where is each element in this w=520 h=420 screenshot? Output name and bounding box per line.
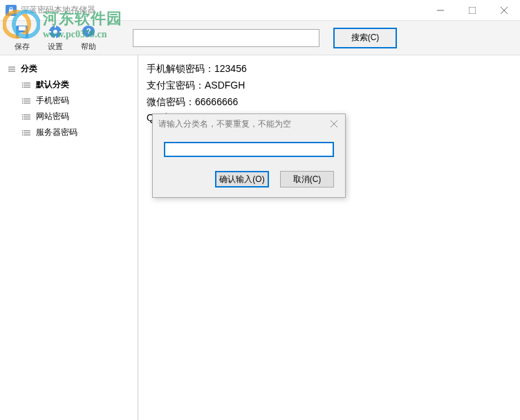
search-button[interactable]: 搜索(C) [333, 28, 397, 48]
list-icon [22, 112, 32, 122]
window-title: 深蓝密码本地存储器 [21, 4, 95, 16]
svg-point-38 [22, 116, 23, 118]
svg-point-31 [22, 98, 23, 100]
svg-point-25 [22, 82, 23, 84]
close-icon [501, 7, 508, 14]
svg-point-45 [22, 134, 23, 136]
svg-rect-5 [469, 7, 476, 14]
svg-point-32 [22, 100, 23, 102]
list-icon [22, 128, 32, 138]
svg-point-33 [22, 102, 23, 104]
minimize-button[interactable] [425, 0, 456, 21]
cancel-button[interactable]: 取消(C) [280, 171, 334, 188]
tree-toggle-icon [6, 66, 18, 73]
content-area: 手机解锁密码：123456支付宝密码：ASDFGH微信密码：66666666QQ… [138, 55, 520, 420]
save-label: 保存 [15, 42, 30, 52]
list-icon [22, 96, 32, 106]
category-name-input[interactable] [164, 142, 334, 157]
svg-point-43 [22, 130, 23, 131]
tree-item-label: 网站密码 [36, 111, 69, 122]
dialog-titlebar: 请输入分类名，不要重复，不能为空 [153, 114, 345, 134]
sidebar-item-3[interactable]: 服务器密码 [3, 125, 135, 140]
confirm-button[interactable]: 确认输入(O) [215, 171, 269, 188]
settings-label: 设置 [48, 42, 63, 52]
content-line-0: 手机解锁密码：123456 [147, 61, 512, 77]
settings-button[interactable]: 设置 [39, 22, 72, 53]
main-area: 分类 默认分类手机密码网站密码服务器密码 手机解锁密码：123456支付宝密码：… [0, 55, 520, 420]
gear-icon [47, 24, 64, 40]
help-icon: ? [80, 24, 97, 40]
sidebar-item-2[interactable]: 网站密码 [3, 109, 135, 125]
help-label: 帮助 [81, 42, 96, 52]
toolbar: 保存 设置 ? 帮助 搜索(C) [0, 21, 520, 55]
tree-item-label: 手机密码 [36, 95, 69, 107]
svg-point-12 [53, 30, 57, 34]
maximize-button[interactable] [456, 0, 488, 21]
sidebar-item-0[interactable]: 默认分类 [3, 77, 135, 93]
svg-rect-2 [10, 8, 12, 10]
minimize-icon [437, 7, 444, 14]
sidebar-item-1[interactable]: 手机密码 [3, 93, 135, 109]
content-line-2: 微信密码：66666666 [147, 94, 512, 111]
maximize-icon [469, 7, 476, 14]
dialog-title-text: 请输入分类名，不要重复，不能为空 [158, 118, 291, 130]
tree-item-label: 服务器密码 [36, 127, 77, 138]
svg-point-44 [22, 132, 23, 134]
svg-point-26 [22, 84, 23, 86]
titlebar: 深蓝密码本地存储器 [0, 0, 520, 21]
svg-point-27 [22, 86, 23, 88]
help-button[interactable]: ? 帮助 [72, 22, 105, 53]
input-dialog: 请输入分类名，不要重复，不能为空 确认输入(O) 取消(C) [152, 113, 346, 198]
save-button[interactable]: 保存 [6, 22, 39, 53]
svg-rect-10 [19, 33, 26, 37]
list-icon [22, 80, 32, 90]
svg-rect-9 [19, 26, 26, 30]
svg-point-37 [22, 114, 23, 116]
save-icon [14, 24, 30, 40]
sidebar: 分类 默认分类手机密码网站密码服务器密码 [0, 55, 138, 420]
svg-text:?: ? [86, 27, 91, 35]
search-input[interactable] [133, 29, 319, 47]
close-button[interactable] [488, 0, 520, 21]
tree-root-label: 分类 [21, 63, 37, 75]
tree-item-label: 默认分类 [36, 79, 69, 91]
window-controls [425, 0, 520, 21]
svg-point-39 [22, 118, 23, 120]
content-line-1: 支付宝密码：ASDFGH [147, 77, 512, 94]
app-icon [6, 5, 17, 16]
tree-root[interactable]: 分类 [3, 61, 135, 77]
close-icon [331, 120, 337, 127]
svg-rect-3 [9, 10, 13, 13]
dialog-close-button[interactable] [327, 117, 341, 131]
